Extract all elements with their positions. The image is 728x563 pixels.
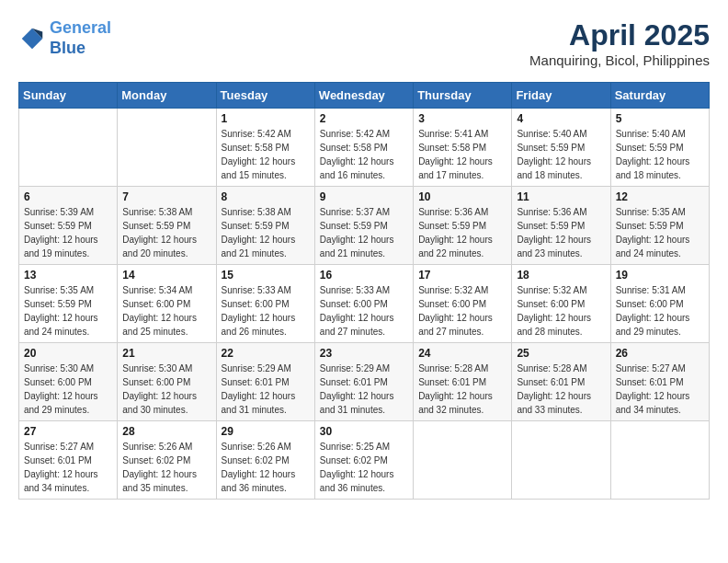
weekday-header: Monday bbox=[118, 83, 216, 109]
calendar-cell: 17Sunrise: 5:32 AMSunset: 6:00 PMDayligh… bbox=[414, 265, 512, 343]
logo-blue: Blue bbox=[50, 39, 85, 57]
calendar-cell: 27Sunrise: 5:27 AMSunset: 6:01 PMDayligh… bbox=[19, 421, 118, 500]
day-info: Sunrise: 5:38 AMSunset: 5:59 PMDaylight:… bbox=[122, 205, 210, 260]
calendar-cell: 18Sunrise: 5:32 AMSunset: 6:00 PMDayligh… bbox=[512, 265, 610, 343]
day-number: 3 bbox=[418, 112, 506, 125]
day-number: 6 bbox=[24, 190, 112, 203]
day-info: Sunrise: 5:36 AMSunset: 5:59 PMDaylight:… bbox=[517, 205, 605, 260]
day-info: Sunrise: 5:40 AMSunset: 5:59 PMDaylight:… bbox=[517, 127, 605, 182]
day-info: Sunrise: 5:35 AMSunset: 5:59 PMDaylight:… bbox=[616, 205, 704, 260]
day-number: 4 bbox=[517, 112, 605, 125]
logo-text: General Blue bbox=[50, 18, 111, 58]
day-number: 22 bbox=[222, 347, 310, 360]
day-info: Sunrise: 5:32 AMSunset: 6:00 PMDaylight:… bbox=[517, 283, 605, 339]
day-info: Sunrise: 5:30 AMSunset: 6:00 PMDaylight:… bbox=[24, 362, 112, 417]
calendar-cell: 23Sunrise: 5:29 AMSunset: 6:01 PMDayligh… bbox=[314, 343, 413, 421]
day-number: 29 bbox=[222, 425, 310, 438]
day-info: Sunrise: 5:28 AMSunset: 6:01 PMDaylight:… bbox=[517, 362, 605, 417]
day-info: Sunrise: 5:27 AMSunset: 6:01 PMDaylight:… bbox=[616, 362, 704, 417]
title-block: April 2025 Manquiring, Bicol, Philippine… bbox=[529, 18, 710, 68]
weekday-header: Tuesday bbox=[216, 83, 314, 109]
calendar-cell bbox=[118, 109, 216, 187]
calendar-cell: 7Sunrise: 5:38 AMSunset: 5:59 PMDaylight… bbox=[118, 187, 216, 265]
day-number: 27 bbox=[24, 425, 112, 438]
day-number: 12 bbox=[616, 190, 704, 203]
day-info: Sunrise: 5:36 AMSunset: 5:59 PMDaylight:… bbox=[418, 205, 506, 260]
calendar-cell bbox=[512, 421, 610, 500]
day-info: Sunrise: 5:34 AMSunset: 6:00 PMDaylight:… bbox=[122, 283, 210, 339]
day-number: 16 bbox=[320, 269, 408, 282]
day-number: 26 bbox=[616, 347, 704, 360]
day-info: Sunrise: 5:35 AMSunset: 5:59 PMDaylight:… bbox=[24, 283, 112, 339]
day-info: Sunrise: 5:27 AMSunset: 6:01 PMDaylight:… bbox=[24, 440, 112, 495]
day-number: 28 bbox=[122, 425, 210, 438]
day-info: Sunrise: 5:42 AMSunset: 5:58 PMDaylight:… bbox=[222, 127, 310, 182]
day-info: Sunrise: 5:26 AMSunset: 6:02 PMDaylight:… bbox=[122, 440, 210, 495]
calendar-cell: 24Sunrise: 5:28 AMSunset: 6:01 PMDayligh… bbox=[414, 343, 512, 421]
day-number: 20 bbox=[24, 347, 112, 360]
calendar-cell: 10Sunrise: 5:36 AMSunset: 5:59 PMDayligh… bbox=[414, 187, 512, 265]
day-number: 8 bbox=[222, 190, 310, 203]
day-number: 21 bbox=[122, 347, 210, 360]
calendar-cell bbox=[610, 421, 709, 500]
day-number: 5 bbox=[616, 112, 704, 125]
page-header: General Blue April 2025 Manquiring, Bico… bbox=[18, 18, 710, 68]
day-number: 1 bbox=[222, 112, 310, 125]
calendar-week-row: 13Sunrise: 5:35 AMSunset: 5:59 PMDayligh… bbox=[19, 265, 710, 343]
calendar-cell: 13Sunrise: 5:35 AMSunset: 5:59 PMDayligh… bbox=[19, 265, 118, 343]
logo: General Blue bbox=[18, 18, 111, 58]
calendar-cell: 14Sunrise: 5:34 AMSunset: 6:00 PMDayligh… bbox=[118, 265, 216, 343]
day-info: Sunrise: 5:40 AMSunset: 5:59 PMDaylight:… bbox=[616, 127, 704, 182]
calendar-cell: 5Sunrise: 5:40 AMSunset: 5:59 PMDaylight… bbox=[610, 109, 709, 187]
day-info: Sunrise: 5:33 AMSunset: 6:00 PMDaylight:… bbox=[320, 283, 408, 339]
calendar-cell: 29Sunrise: 5:26 AMSunset: 6:02 PMDayligh… bbox=[216, 421, 314, 500]
day-number: 11 bbox=[517, 190, 605, 203]
logo-general: General bbox=[50, 18, 111, 37]
calendar-cell: 8Sunrise: 5:38 AMSunset: 5:59 PMDaylight… bbox=[216, 187, 314, 265]
day-info: Sunrise: 5:29 AMSunset: 6:01 PMDaylight:… bbox=[222, 362, 310, 417]
calendar-cell: 6Sunrise: 5:39 AMSunset: 5:59 PMDaylight… bbox=[19, 187, 118, 265]
day-info: Sunrise: 5:25 AMSunset: 6:02 PMDaylight:… bbox=[320, 440, 408, 495]
day-info: Sunrise: 5:33 AMSunset: 6:00 PMDaylight:… bbox=[222, 283, 310, 339]
calendar-cell: 20Sunrise: 5:30 AMSunset: 6:00 PMDayligh… bbox=[19, 343, 118, 421]
calendar-week-row: 27Sunrise: 5:27 AMSunset: 6:01 PMDayligh… bbox=[19, 421, 710, 500]
calendar-week-row: 6Sunrise: 5:39 AMSunset: 5:59 PMDaylight… bbox=[19, 187, 710, 265]
calendar-cell: 3Sunrise: 5:41 AMSunset: 5:58 PMDaylight… bbox=[414, 109, 512, 187]
weekday-header: Friday bbox=[512, 83, 610, 109]
calendar-cell: 12Sunrise: 5:35 AMSunset: 5:59 PMDayligh… bbox=[610, 187, 709, 265]
day-number: 19 bbox=[616, 269, 704, 282]
calendar-cell: 28Sunrise: 5:26 AMSunset: 6:02 PMDayligh… bbox=[118, 421, 216, 500]
day-info: Sunrise: 5:32 AMSunset: 6:00 PMDaylight:… bbox=[418, 283, 506, 339]
day-number: 13 bbox=[24, 269, 112, 282]
day-number: 7 bbox=[122, 190, 210, 203]
calendar-cell: 22Sunrise: 5:29 AMSunset: 6:01 PMDayligh… bbox=[216, 343, 314, 421]
calendar-cell: 19Sunrise: 5:31 AMSunset: 6:00 PMDayligh… bbox=[610, 265, 709, 343]
weekday-header: Wednesday bbox=[314, 83, 413, 109]
calendar-week-row: 1Sunrise: 5:42 AMSunset: 5:58 PMDaylight… bbox=[19, 109, 710, 187]
calendar-cell: 16Sunrise: 5:33 AMSunset: 6:00 PMDayligh… bbox=[314, 265, 413, 343]
weekday-header: Thursday bbox=[414, 83, 512, 109]
calendar-cell bbox=[414, 421, 512, 500]
day-info: Sunrise: 5:41 AMSunset: 5:58 PMDaylight:… bbox=[418, 127, 506, 182]
day-info: Sunrise: 5:31 AMSunset: 6:00 PMDaylight:… bbox=[616, 283, 704, 339]
calendar-cell: 9Sunrise: 5:37 AMSunset: 5:59 PMDaylight… bbox=[314, 187, 413, 265]
day-number: 14 bbox=[122, 269, 210, 282]
day-number: 30 bbox=[320, 425, 408, 438]
day-number: 15 bbox=[222, 269, 310, 282]
day-info: Sunrise: 5:37 AMSunset: 5:59 PMDaylight:… bbox=[320, 205, 408, 260]
calendar-cell: 26Sunrise: 5:27 AMSunset: 6:01 PMDayligh… bbox=[610, 343, 709, 421]
day-number: 24 bbox=[418, 347, 506, 360]
weekday-header-row: SundayMondayTuesdayWednesdayThursdayFrid… bbox=[19, 83, 710, 109]
day-number: 25 bbox=[517, 347, 605, 360]
calendar-cell: 2Sunrise: 5:42 AMSunset: 5:58 PMDaylight… bbox=[314, 109, 413, 187]
calendar-cell: 1Sunrise: 5:42 AMSunset: 5:58 PMDaylight… bbox=[216, 109, 314, 187]
day-info: Sunrise: 5:39 AMSunset: 5:59 PMDaylight:… bbox=[24, 205, 112, 260]
weekday-header: Sunday bbox=[19, 83, 118, 109]
calendar-week-row: 20Sunrise: 5:30 AMSunset: 6:00 PMDayligh… bbox=[19, 343, 710, 421]
day-number: 10 bbox=[418, 190, 506, 203]
calendar-subtitle: Manquiring, Bicol, Philippines bbox=[529, 52, 710, 68]
logo-icon bbox=[18, 25, 46, 52]
day-number: 23 bbox=[320, 347, 408, 360]
calendar-cell: 11Sunrise: 5:36 AMSunset: 5:59 PMDayligh… bbox=[512, 187, 610, 265]
calendar-cell: 30Sunrise: 5:25 AMSunset: 6:02 PMDayligh… bbox=[314, 421, 413, 500]
